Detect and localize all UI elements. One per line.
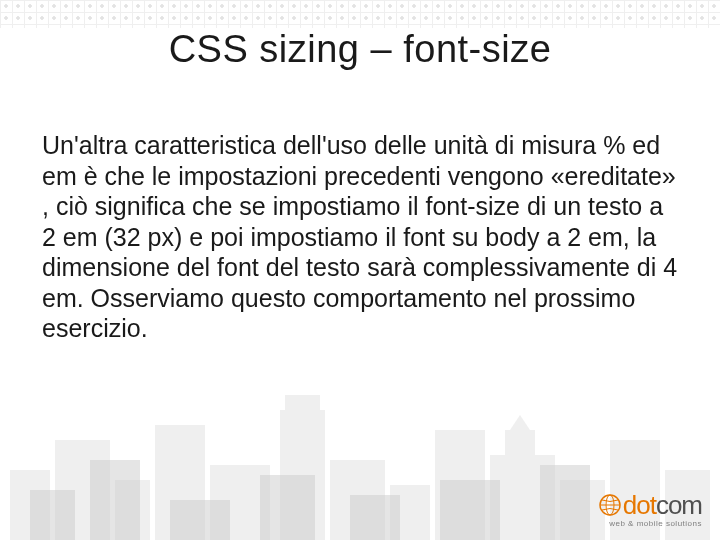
svg-marker-12 [510,415,530,430]
svg-rect-1 [55,440,110,540]
svg-rect-17 [90,460,140,540]
svg-rect-20 [350,495,400,540]
slide-title: CSS sizing – font-size [0,28,720,71]
svg-rect-11 [505,430,535,455]
slide-body-text: Un'altra caratteristica dell'uso delle u… [42,130,678,344]
svg-rect-19 [260,475,315,540]
svg-rect-16 [30,490,75,540]
svg-rect-9 [435,430,485,540]
svg-rect-5 [280,410,325,540]
svg-rect-6 [285,395,320,410]
svg-rect-3 [155,425,205,540]
svg-rect-2 [115,480,150,540]
svg-rect-18 [170,500,230,540]
svg-rect-22 [540,465,590,540]
logo-tagline: web & mobile solutions [599,519,702,528]
svg-rect-10 [490,455,555,540]
logo-com-text: com [656,490,702,520]
logo-dot-text: dot [623,490,656,520]
svg-rect-7 [330,460,385,540]
brand-logo: dotcom web & mobile solutions [599,490,702,528]
decorative-top-pattern [0,0,720,28]
svg-rect-4 [210,465,270,540]
svg-rect-8 [390,485,430,540]
svg-rect-21 [440,480,500,540]
svg-rect-0 [10,470,50,540]
